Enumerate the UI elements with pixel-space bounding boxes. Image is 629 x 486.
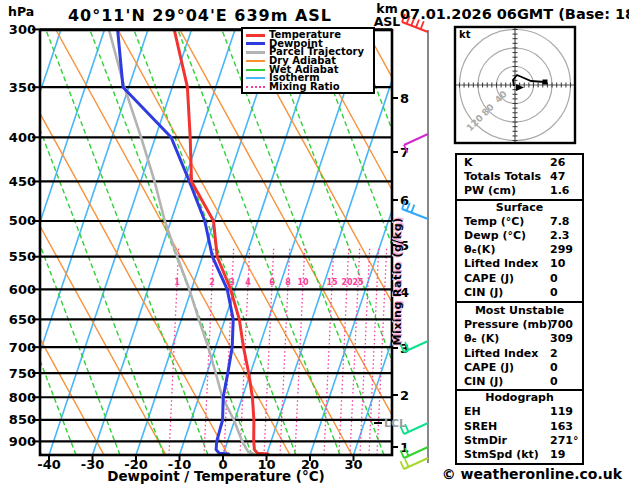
- mixing-ratio-label: 10: [297, 278, 309, 287]
- pressure-axis-unit: hPa: [8, 4, 34, 19]
- panel-row: θₑ (K)309: [457, 332, 582, 346]
- legend-item-label: Mixing Ratio: [269, 83, 340, 91]
- panel-row-value: 7.8: [550, 215, 570, 229]
- pressure-tick-label: 450: [9, 174, 36, 189]
- panel-row: K26: [457, 156, 582, 170]
- panel-row-value: 700: [550, 318, 573, 332]
- pressure-tick-label: 600: [9, 282, 36, 297]
- panel-row-label: CAPE (J): [464, 361, 514, 375]
- mixing-ratio-label: 2: [209, 278, 215, 287]
- panel-row-value: 163: [550, 420, 573, 434]
- panel-row-value: 47: [550, 170, 565, 184]
- mixing-ratio-label: 20: [341, 278, 353, 287]
- panel-row-label: Lifted Index: [464, 257, 538, 271]
- pressure-tick-label: 700: [9, 340, 36, 355]
- legend-line-sample: [246, 86, 265, 88]
- panel-row-label: StmDir: [464, 434, 507, 448]
- panel-section-header: Surface: [457, 201, 582, 215]
- mixing-ratio-label: 1: [174, 278, 180, 287]
- panel-row-value: 0: [550, 272, 558, 286]
- panel-row-label: θₑ (K): [464, 332, 499, 346]
- panel-row: CAPE (J)0: [457, 272, 582, 286]
- panel-row-value: 0: [550, 361, 558, 375]
- legend-item-mixing-ratio: Mixing Ratio: [246, 83, 373, 92]
- pressure-tick-label: 900: [9, 434, 36, 449]
- panel-section-indices: K26Totals Totals47PW (cm)1.6: [457, 156, 582, 199]
- panel-row-label: StmSpd (kt): [464, 448, 539, 462]
- panel-row-label: Lifted Index: [464, 347, 538, 361]
- pressure-tick-label: 750: [9, 366, 36, 381]
- panel-row: Temp (°C)7.8: [457, 215, 582, 229]
- panel-section-hodograph: HodographEH119SREH163StmDir271°StmSpd (k…: [457, 389, 582, 462]
- panel-section-most-unstable: Most UnstablePressure (mb)700θₑ (K)309Li…: [457, 304, 582, 389]
- panel-row-value: 309: [550, 332, 573, 346]
- panel-row-value: 0: [550, 375, 558, 389]
- panel-row: Pressure (mb)700: [457, 318, 582, 332]
- panel-row: Dewp (°C)2.3: [457, 229, 582, 243]
- pressure-tick-label: 400: [9, 130, 36, 145]
- panel-row-label: CAPE (J): [464, 272, 514, 286]
- panel-row-label: PW (cm): [464, 184, 516, 198]
- panel-row: Lifted Index2: [457, 347, 582, 361]
- panel-row-label: Pressure (mb): [464, 318, 552, 332]
- panel-row: CIN (J)0: [457, 375, 582, 389]
- panel-row-label: K: [464, 156, 473, 170]
- pressure-tick-label: 800: [9, 390, 36, 405]
- panel-row: Totals Totals47: [457, 170, 582, 184]
- mixing-ratio-label: 15: [326, 278, 338, 287]
- panel-row-value: 1.6: [550, 184, 570, 198]
- panel-row-value: 10: [550, 257, 565, 271]
- indices-panel-bottom: Most UnstablePressure (mb)700θₑ (K)309Li…: [455, 301, 584, 465]
- panel-row: Lifted Index10: [457, 257, 582, 271]
- panel-row-label: CIN (J): [464, 375, 503, 389]
- pressure-tick-label: 350: [9, 80, 36, 95]
- panel-row-label: SREH: [464, 420, 497, 434]
- station-title: 40°11'N 29°04'E 639m ASL: [45, 6, 355, 25]
- panel-row-value: 299: [550, 243, 573, 257]
- hodograph-unit-label: kt: [459, 29, 470, 40]
- panel-row-label: Dewp (°C): [464, 229, 526, 243]
- pressure-tick-label: 500: [9, 213, 36, 228]
- legend: TemperatureDewpointParcel TrajectoryDry …: [241, 27, 375, 94]
- km-tick-label: 8: [400, 91, 409, 106]
- hodograph-trace-end-marker: [543, 80, 548, 85]
- panel-row: CAPE (J)0: [457, 361, 582, 375]
- panel-section-header: Most Unstable: [457, 304, 582, 318]
- panel-row: SREH163: [457, 420, 582, 434]
- panel-row-label: CIN (J): [464, 286, 503, 300]
- hodograph-ring-label: 40: [493, 89, 509, 105]
- panel-row: StmSpd (kt)19: [457, 448, 582, 462]
- panel-row-value: 19: [550, 448, 565, 462]
- panel-row: StmDir271°: [457, 434, 582, 448]
- panel-row-value: 119: [550, 405, 573, 419]
- legend-line-sample: [246, 77, 265, 79]
- panel-row-label: Totals Totals: [464, 170, 541, 184]
- panel-section-header: Hodograph: [457, 391, 582, 405]
- mixing-ratio-axis-label: Mixing Ratio (g/kg): [391, 197, 404, 367]
- hodograph: 4080120: [455, 27, 575, 143]
- panel-row-value: 2.3: [550, 229, 570, 243]
- temperature-axis-label: Dewpoint / Temperature (°C): [40, 468, 392, 484]
- panel-row: EH119: [457, 405, 582, 419]
- legend-line-sample: [246, 60, 265, 62]
- km-tick-label: 2: [400, 388, 409, 403]
- pressure-tick-label: 650: [9, 312, 36, 327]
- panel-section-surface: SurfaceTemp (°C)7.8Dewp (°C)2.3θₑ(K)299L…: [457, 199, 582, 300]
- panel-row-label: θₑ(K): [464, 243, 495, 257]
- legend-line-sample: [246, 51, 265, 54]
- mixing-ratio-label: 25: [352, 278, 364, 287]
- panel-row-label: EH: [464, 405, 481, 419]
- mixing-ratio-label: 6: [269, 278, 275, 287]
- legend-line-sample: [246, 34, 265, 37]
- mixing-ratio-label: 4: [245, 278, 251, 287]
- panel-row-value: 2: [550, 347, 558, 361]
- mixing-ratio-label: 8: [285, 278, 291, 287]
- legend-line-sample: [246, 69, 265, 71]
- panel-row-value: 0: [550, 286, 558, 300]
- panel-row-value: 271°: [550, 434, 578, 448]
- pressure-tick-label: 550: [9, 249, 36, 264]
- pressure-tick-label: 300: [9, 22, 36, 37]
- pressure-tick-label: 850: [9, 412, 36, 427]
- panel-row-label: Temp (°C): [464, 215, 524, 229]
- indices-panel-top: K26Totals Totals47PW (cm)1.6SurfaceTemp …: [455, 153, 584, 303]
